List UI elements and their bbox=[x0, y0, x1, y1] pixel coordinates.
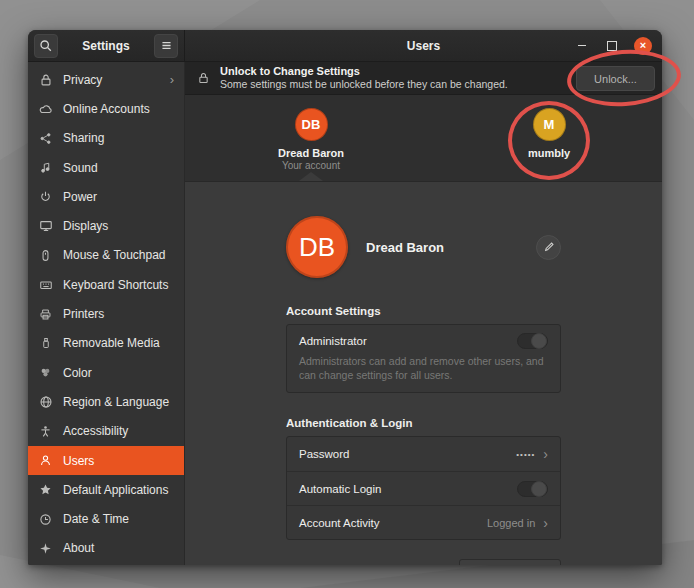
color-icon bbox=[38, 365, 53, 380]
administrator-toggle[interactable] bbox=[517, 333, 548, 349]
search-button[interactable] bbox=[34, 34, 58, 58]
sidebar-item-users[interactable]: Users bbox=[28, 446, 184, 475]
avatar[interactable]: DB bbox=[286, 216, 348, 278]
edit-name-button[interactable] bbox=[536, 235, 561, 260]
account-activity-value: Logged in bbox=[487, 517, 535, 529]
sidebar-item-color[interactable]: Color bbox=[28, 358, 184, 387]
close-icon: × bbox=[640, 40, 646, 51]
avatar: M bbox=[533, 108, 566, 141]
music-note-icon bbox=[38, 160, 53, 175]
remove-user-button[interactable]: Remove User... bbox=[459, 559, 561, 565]
share-icon bbox=[38, 131, 53, 146]
automatic-login-label: Automatic Login bbox=[299, 483, 381, 495]
sidebar-item-label: Users bbox=[63, 454, 174, 468]
sidebar-item-label: Online Accounts bbox=[63, 102, 174, 116]
sidebar-item-label: Region & Language bbox=[63, 395, 174, 409]
sidebar-item-accessibility[interactable]: Accessibility bbox=[28, 417, 184, 446]
administrator-description: Administrators can add and remove other … bbox=[299, 354, 548, 382]
accessibility-icon bbox=[38, 424, 53, 439]
sidebar-item-label: Displays bbox=[63, 219, 174, 233]
close-button[interactable]: × bbox=[634, 37, 652, 55]
sidebar-item-removable-media[interactable]: Removable Media bbox=[28, 329, 184, 358]
password-row[interactable]: Password ••••• › bbox=[287, 437, 560, 471]
mouse-icon bbox=[38, 248, 53, 263]
star-icon bbox=[38, 482, 53, 497]
menu-button[interactable] bbox=[154, 34, 178, 58]
sidebar-item-label: About bbox=[63, 541, 174, 555]
sidebar-item-label: Keyboard Shortcuts bbox=[63, 278, 174, 292]
pencil-icon bbox=[543, 241, 555, 253]
sidebar-item-online-accounts[interactable]: Online Accounts bbox=[28, 94, 184, 123]
auth-login-heading: Authentication & Login bbox=[286, 417, 561, 429]
printer-icon bbox=[38, 307, 53, 322]
unlock-button[interactable]: Unlock... bbox=[576, 66, 655, 91]
titlebar: Settings Users × bbox=[28, 30, 662, 62]
sidebar-item-label: Date & Time bbox=[63, 512, 174, 526]
user-icon bbox=[38, 453, 53, 468]
profile-name: Dread Baron bbox=[366, 240, 536, 255]
sidebar-item-region-language[interactable]: Region & Language bbox=[28, 387, 184, 416]
sidebar-item-default-applications[interactable]: Default Applications bbox=[28, 475, 184, 504]
sidebar-item-displays[interactable]: Displays bbox=[28, 211, 184, 240]
account-settings-heading: Account Settings bbox=[286, 305, 561, 317]
display-icon bbox=[38, 219, 53, 234]
titlebar-sidebar-section: Settings bbox=[28, 30, 185, 61]
unlock-infobar: Unlock to Change Settings Some settings … bbox=[185, 62, 662, 95]
titlebar-main-section[interactable]: Users × bbox=[185, 30, 662, 61]
sidebar-item-mouse-touchpad[interactable]: Mouse & Touchpad bbox=[28, 241, 184, 270]
auth-login-frame: Password ••••• › Automatic Login Account… bbox=[286, 436, 561, 540]
sidebar-item-printers[interactable]: Printers bbox=[28, 299, 184, 328]
lock-icon bbox=[38, 72, 53, 87]
carousel-user-mumbly[interactable]: M mumbly bbox=[489, 108, 609, 159]
cloud-icon bbox=[38, 101, 53, 116]
user-carousel: DB Dread Baron Your account M mumbly bbox=[185, 95, 662, 182]
sidebar-item-keyboard-shortcuts[interactable]: Keyboard Shortcuts bbox=[28, 270, 184, 299]
carousel-user-subtitle: Your account bbox=[282, 160, 340, 171]
sidebar-item-power[interactable]: Power bbox=[28, 182, 184, 211]
maximize-button[interactable] bbox=[604, 38, 620, 54]
account-settings-frame: Administrator Administrators can add and… bbox=[286, 324, 561, 393]
sidebar-item-label: Accessibility bbox=[63, 424, 174, 438]
automatic-login-toggle[interactable] bbox=[517, 481, 548, 497]
sidebar-item-sound[interactable]: Sound bbox=[28, 153, 184, 182]
sidebar-item-about[interactable]: About bbox=[28, 534, 184, 563]
sidebar-item-label: Power bbox=[63, 190, 174, 204]
sidebar-item-label: Removable Media bbox=[63, 336, 174, 350]
toggle-knob bbox=[531, 481, 547, 497]
chevron-right-icon: › bbox=[543, 447, 548, 461]
administrator-row: Administrator Administrators can add and… bbox=[287, 325, 560, 392]
user-detail-panel: DB Dread Baron Account Settings Admini bbox=[185, 182, 662, 565]
unlock-title: Unlock to Change Settings bbox=[220, 65, 508, 79]
app-title: Settings bbox=[82, 39, 129, 53]
password-label: Password bbox=[299, 448, 350, 460]
selected-user-pointer bbox=[299, 172, 323, 181]
sparkle-icon bbox=[38, 541, 53, 556]
clock-icon bbox=[38, 512, 53, 527]
automatic-login-row: Automatic Login bbox=[287, 471, 560, 505]
unlock-subtitle: Some settings must be unlocked before th… bbox=[220, 78, 508, 91]
users-panel: Unlock to Change Settings Some settings … bbox=[185, 62, 662, 565]
sidebar-item-label: Mouse & Touchpad bbox=[63, 248, 174, 262]
sidebar: Privacy › Online Accounts Sharing Sound … bbox=[28, 62, 185, 565]
sidebar-item-label: Printers bbox=[63, 307, 174, 321]
lock-icon bbox=[197, 71, 210, 85]
hamburger-icon bbox=[160, 39, 173, 52]
minimize-button[interactable] bbox=[574, 38, 590, 54]
carousel-user-name: Dread Baron bbox=[278, 147, 344, 159]
carousel-user-name: mumbly bbox=[528, 147, 570, 159]
sidebar-item-date-time[interactable]: Date & Time bbox=[28, 504, 184, 533]
chevron-right-icon: › bbox=[170, 72, 174, 87]
administrator-label: Administrator bbox=[299, 335, 367, 347]
carousel-user-dread-baron[interactable]: DB Dread Baron Your account bbox=[251, 108, 371, 171]
sidebar-item-label: Sharing bbox=[63, 131, 174, 145]
toggle-knob bbox=[531, 333, 547, 349]
sidebar-item-label: Color bbox=[63, 366, 174, 380]
sidebar-item-label: Default Applications bbox=[63, 483, 174, 497]
sidebar-item-sharing[interactable]: Sharing bbox=[28, 124, 184, 153]
power-icon bbox=[38, 189, 53, 204]
globe-icon bbox=[38, 394, 53, 409]
sidebar-item-privacy[interactable]: Privacy › bbox=[28, 65, 184, 94]
account-activity-row[interactable]: Account Activity Logged in › bbox=[287, 505, 560, 539]
account-activity-label: Account Activity bbox=[299, 517, 380, 529]
profile-header: DB Dread Baron bbox=[286, 216, 561, 278]
